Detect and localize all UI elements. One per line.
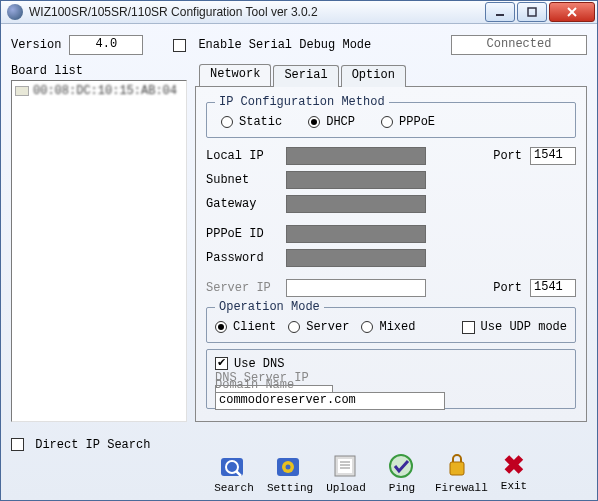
server-port-label: Port xyxy=(493,281,522,295)
use-dns-checkbox[interactable]: ✔Use DNS xyxy=(215,357,284,371)
board-list-label: Board list xyxy=(11,64,187,78)
radio-client[interactable]: Client xyxy=(215,320,276,334)
version-value: 4.0 xyxy=(69,35,143,55)
svg-point-9 xyxy=(286,465,291,470)
firewall-button[interactable]: Firewall xyxy=(435,452,481,494)
gear-icon xyxy=(275,452,305,480)
svg-rect-16 xyxy=(450,462,464,475)
board-mac: 00:08:DC:10:15:AB:04 xyxy=(33,84,177,98)
setting-button[interactable]: Setting xyxy=(267,452,313,494)
operation-mode-legend: Operation Mode xyxy=(215,300,324,314)
radio-server[interactable]: Server xyxy=(288,320,349,334)
enable-debug-label: Enable Serial Debug Mode xyxy=(198,38,371,52)
exit-button[interactable]: ✖ Exit xyxy=(491,452,537,494)
upload-icon xyxy=(331,452,361,480)
gateway-label: Gateway xyxy=(206,197,278,211)
titlebar: WIZ100SR/105SR/110SR Configuration Tool … xyxy=(1,1,597,24)
window-title: WIZ100SR/105SR/110SR Configuration Tool … xyxy=(29,5,483,19)
radio-static[interactable]: Static xyxy=(221,115,282,129)
radio-mixed[interactable]: Mixed xyxy=(361,320,415,334)
board-icon xyxy=(15,86,29,96)
radio-pppoe[interactable]: PPPoE xyxy=(381,115,435,129)
maximize-button[interactable] xyxy=(517,2,547,22)
local-ip-input[interactable] xyxy=(286,147,426,165)
pppoe-id-label: PPPoE ID xyxy=(206,227,278,241)
search-icon xyxy=(219,452,249,480)
board-list-item[interactable]: 00:08:DC:10:15:AB:04 xyxy=(14,83,184,99)
subnet-input[interactable] xyxy=(286,171,426,189)
search-button[interactable]: Search xyxy=(211,452,257,494)
subnet-label: Subnet xyxy=(206,173,278,187)
ping-button[interactable]: Ping xyxy=(379,452,425,494)
ip-config-legend: IP Configuration Method xyxy=(215,95,389,109)
tab-option[interactable]: Option xyxy=(341,65,406,87)
domain-name-input[interactable]: commodoreserver.com xyxy=(215,392,445,410)
version-label: Version xyxy=(11,38,61,52)
direct-ip-checkbox[interactable] xyxy=(11,438,24,451)
domain-name-label: Domain Name xyxy=(215,378,294,392)
direct-ip-wrap: Direct IP Search xyxy=(11,438,150,452)
server-ip-input[interactable] xyxy=(286,279,426,297)
pppoe-id-input[interactable] xyxy=(286,225,426,243)
svg-point-15 xyxy=(390,455,412,477)
server-port-input[interactable]: 1541 xyxy=(530,279,576,297)
app-icon xyxy=(7,4,23,20)
local-ip-label: Local IP xyxy=(206,149,278,163)
tab-network[interactable]: Network xyxy=(199,64,271,86)
enable-debug-checkbox[interactable] xyxy=(173,39,186,52)
port-label: Port xyxy=(493,149,522,163)
minimize-button[interactable] xyxy=(485,2,515,22)
tab-body-network: IP Configuration Method Static DHCP PPPo… xyxy=(195,86,587,422)
server-ip-label: Server IP xyxy=(206,281,278,295)
password-input[interactable] xyxy=(286,249,426,267)
svg-rect-11 xyxy=(338,459,352,473)
operation-mode-group: Operation Mode Client Server Mixed Use U… xyxy=(206,300,576,343)
firewall-icon xyxy=(443,452,473,480)
upload-button[interactable]: Upload xyxy=(323,452,369,494)
password-label: Password xyxy=(206,251,278,265)
close-button[interactable] xyxy=(549,2,595,22)
tab-serial[interactable]: Serial xyxy=(273,65,338,87)
ip-config-group: IP Configuration Method Static DHCP PPPo… xyxy=(206,95,576,138)
direct-ip-label: Direct IP Search xyxy=(35,438,150,452)
gateway-input[interactable] xyxy=(286,195,426,213)
use-udp-checkbox[interactable]: Use UDP mode xyxy=(462,320,567,334)
dns-group: ✔Use DNS DNS Server IP Domain Name commo… xyxy=(206,349,576,409)
port-input[interactable]: 1541 xyxy=(530,147,576,165)
exit-icon: ✖ xyxy=(491,452,537,478)
radio-dhcp[interactable]: DHCP xyxy=(308,115,355,129)
svg-rect-1 xyxy=(528,8,536,16)
app-window: WIZ100SR/105SR/110SR Configuration Tool … xyxy=(0,0,598,501)
board-list[interactable]: 00:08:DC:10:15:AB:04 xyxy=(11,80,187,422)
ping-icon xyxy=(387,452,417,480)
connection-status: Connected xyxy=(451,35,587,55)
